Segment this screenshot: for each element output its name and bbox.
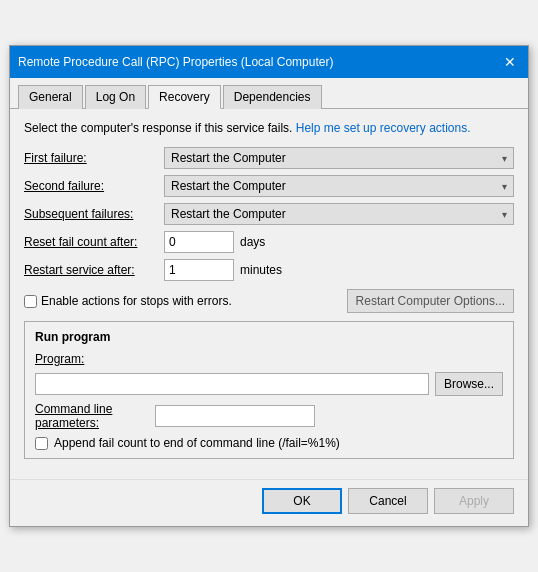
second-failure-row: Second failure: Restart the Computer ▾ [24,175,514,197]
tab-dependencies[interactable]: Dependencies [223,85,322,109]
run-program-section: Run program Program: Browse... Command l… [24,321,514,459]
cmdline-input[interactable] [155,405,315,427]
reset-fail-unit: days [240,235,265,249]
chevron-down-icon: ▾ [502,209,507,220]
close-button[interactable]: ✕ [500,52,520,72]
cmdline-label: Command line parameters: [35,402,155,430]
ok-button[interactable]: OK [262,488,342,514]
first-failure-label: First failure: [24,151,164,165]
enable-actions-label: Enable actions for stops with errors. [41,294,232,308]
first-failure-row: First failure: Restart the Computer ▾ [24,147,514,169]
program-row: Program: [35,352,503,366]
chevron-down-icon: ▾ [502,181,507,192]
chevron-down-icon: ▾ [502,153,507,164]
append-row: Append fail count to end of command line… [35,436,503,450]
subsequent-failures-dropdown[interactable]: Restart the Computer ▾ [164,203,514,225]
subsequent-failures-label: Subsequent failures: [24,207,164,221]
reset-fail-input[interactable] [164,231,234,253]
tab-general[interactable]: General [18,85,83,109]
restart-service-unit: minutes [240,263,282,277]
info-text: Select the computer's response if this s… [24,121,514,135]
enable-actions-row: Enable actions for stops with errors. Re… [24,289,514,313]
dialog-window: Remote Procedure Call (RPC) Properties (… [9,45,529,527]
program-label: Program: [35,352,155,366]
browse-button[interactable]: Browse... [435,372,503,396]
restart-service-input[interactable] [164,259,234,281]
program-input-row: Browse... [35,372,503,396]
append-label: Append fail count to end of command line… [54,436,340,450]
second-failure-dropdown[interactable]: Restart the Computer ▾ [164,175,514,197]
apply-button[interactable]: Apply [434,488,514,514]
restart-service-row: Restart service after: minutes [24,259,514,281]
titlebar: Remote Procedure Call (RPC) Properties (… [10,46,528,78]
reset-fail-row: Reset fail count after: days [24,231,514,253]
bottom-buttons: OK Cancel Apply [10,479,528,526]
enable-actions-checkbox-area: Enable actions for stops with errors. [24,294,232,308]
reset-fail-label: Reset fail count after: [24,235,164,249]
tabs-container: General Log On Recovery Dependencies [10,78,528,109]
run-program-title: Run program [35,330,503,344]
help-link[interactable]: Help me set up recovery actions. [296,121,471,135]
cmdline-row: Command line parameters: [35,402,503,430]
program-input[interactable] [35,373,429,395]
subsequent-failures-row: Subsequent failures: Restart the Compute… [24,203,514,225]
tab-logon[interactable]: Log On [85,85,146,109]
restart-service-label: Restart service after: [24,263,164,277]
second-failure-label: Second failure: [24,179,164,193]
dialog-title: Remote Procedure Call (RPC) Properties (… [18,55,333,69]
tab-recovery[interactable]: Recovery [148,85,221,109]
append-checkbox[interactable] [35,437,48,450]
enable-actions-checkbox[interactable] [24,295,37,308]
cancel-button[interactable]: Cancel [348,488,428,514]
restart-computer-options-button[interactable]: Restart Computer Options... [347,289,514,313]
main-content: Select the computer's response if this s… [10,109,528,471]
first-failure-dropdown[interactable]: Restart the Computer ▾ [164,147,514,169]
